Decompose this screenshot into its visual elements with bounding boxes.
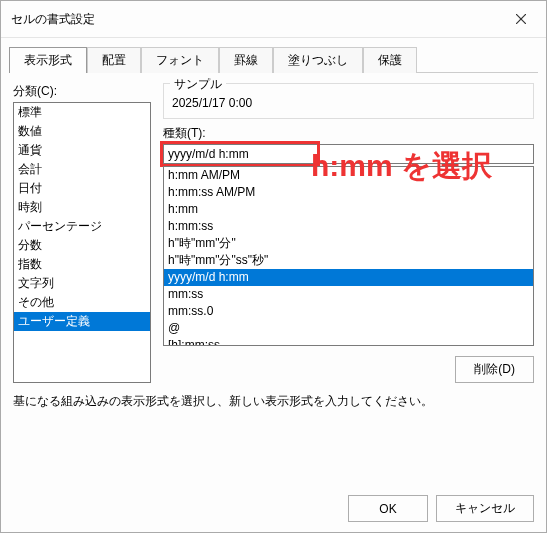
titlebar-title: セルの書式設定 bbox=[11, 11, 95, 28]
format-item[interactable]: [h]:mm:ss bbox=[164, 337, 533, 346]
format-item[interactable]: yyyy/m/d h:mm bbox=[164, 269, 533, 286]
tab-label: 配置 bbox=[102, 53, 126, 67]
tab-number-format[interactable]: 表示形式 bbox=[9, 47, 87, 73]
sample-value: 2025/1/17 0:00 bbox=[172, 96, 525, 110]
tab-fill[interactable]: 塗りつぶし bbox=[273, 47, 363, 73]
tab-content: 分類(C): 標準 数値 通貨 会計 日付 時刻 パーセンテージ 分数 指数 文… bbox=[1, 73, 546, 485]
category-label: 分類(C): bbox=[13, 83, 151, 100]
category-item-accounting[interactable]: 会計 bbox=[14, 160, 150, 179]
tab-border[interactable]: 罫線 bbox=[219, 47, 273, 73]
titlebar: セルの書式設定 bbox=[1, 1, 546, 38]
format-cells-dialog: セルの書式設定 表示形式 配置 フォント 罫線 塗りつぶし 保護 分類(C): … bbox=[0, 0, 547, 533]
format-item[interactable]: h:mm:ss bbox=[164, 218, 533, 235]
tab-label: 罫線 bbox=[234, 53, 258, 67]
cancel-button[interactable]: キャンセル bbox=[436, 495, 534, 522]
format-item[interactable]: mm:ss bbox=[164, 286, 533, 303]
category-item-fraction[interactable]: 分数 bbox=[14, 236, 150, 255]
tab-protection[interactable]: 保護 bbox=[363, 47, 417, 73]
tab-label: 保護 bbox=[378, 53, 402, 67]
delete-button[interactable]: 削除(D) bbox=[455, 356, 534, 383]
category-item-percentage[interactable]: パーセンテージ bbox=[14, 217, 150, 236]
dialog-footer: OK キャンセル bbox=[1, 485, 546, 532]
category-item-special[interactable]: その他 bbox=[14, 293, 150, 312]
format-item[interactable]: h"時"mm"分"ss"秒" bbox=[164, 252, 533, 269]
ok-button[interactable]: OK bbox=[348, 495, 428, 522]
close-icon bbox=[516, 14, 526, 24]
category-item-currency[interactable]: 通貨 bbox=[14, 141, 150, 160]
tab-alignment[interactable]: 配置 bbox=[87, 47, 141, 73]
format-item[interactable]: h"時"mm"分" bbox=[164, 235, 533, 252]
format-item[interactable]: h:mm bbox=[164, 201, 533, 218]
tab-label: 表示形式 bbox=[24, 53, 72, 67]
category-item-time[interactable]: 時刻 bbox=[14, 198, 150, 217]
category-item-scientific[interactable]: 指数 bbox=[14, 255, 150, 274]
close-button[interactable] bbox=[504, 7, 538, 31]
format-item[interactable]: mm:ss.0 bbox=[164, 303, 533, 320]
hint-text: 基になる組み込みの表示形式を選択し、新しい表示形式を入力してください。 bbox=[13, 393, 534, 410]
category-item-text[interactable]: 文字列 bbox=[14, 274, 150, 293]
type-label: 種類(T): bbox=[163, 125, 534, 142]
format-list[interactable]: h:mm AM/PM h:mm:ss AM/PM h:mm h:mm:ss h"… bbox=[163, 166, 534, 346]
tab-font[interactable]: フォント bbox=[141, 47, 219, 73]
sample-label: サンプル bbox=[170, 76, 226, 93]
tabs: 表示形式 配置 フォント 罫線 塗りつぶし 保護 bbox=[1, 38, 546, 72]
sample-box: サンプル 2025/1/17 0:00 bbox=[163, 83, 534, 119]
category-item-date[interactable]: 日付 bbox=[14, 179, 150, 198]
annotation-text: h:mm を選択 bbox=[311, 146, 492, 187]
category-item-custom[interactable]: ユーザー定義 bbox=[14, 312, 150, 331]
category-list[interactable]: 標準 数値 通貨 会計 日付 時刻 パーセンテージ 分数 指数 文字列 その他 … bbox=[13, 102, 151, 383]
tab-label: 塗りつぶし bbox=[288, 53, 348, 67]
tab-label: フォント bbox=[156, 53, 204, 67]
category-item-number[interactable]: 数値 bbox=[14, 122, 150, 141]
category-item-standard[interactable]: 標準 bbox=[14, 103, 150, 122]
format-item[interactable]: @ bbox=[164, 320, 533, 337]
